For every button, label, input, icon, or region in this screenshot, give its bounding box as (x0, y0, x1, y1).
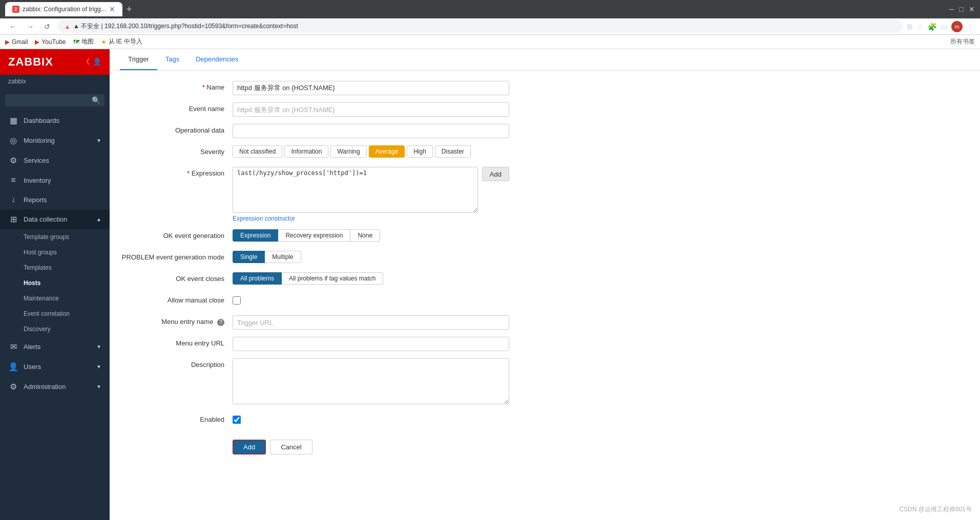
tab-bar: Z zabbix: Configuration of trigg... ✕ + … (0, 0, 980, 18)
ok-event-all-problems-button[interactable]: All problems (233, 272, 282, 285)
sidebar-username: zabbix (0, 75, 110, 90)
expression-add-button[interactable]: Add (482, 167, 509, 181)
action-buttons: Add Cancel (233, 435, 960, 460)
star-icon[interactable]: ☆ (917, 23, 924, 31)
enabled-checkbox[interactable] (233, 416, 241, 424)
severity-average[interactable]: Average (369, 145, 405, 158)
sidebar-search-input[interactable] (5, 94, 105, 106)
sub-item-label: Event correlation (24, 310, 70, 317)
tab-dependencies[interactable]: Dependencies (187, 49, 246, 70)
description-textarea[interactable] (233, 358, 509, 404)
tab-close-button[interactable]: ✕ (109, 5, 115, 13)
forward-button[interactable]: → (24, 21, 37, 32)
active-tab[interactable]: Z zabbix: Configuration of trigg... ✕ (5, 2, 122, 16)
users-arrow: ▼ (96, 364, 101, 370)
ok-event-expression-button[interactable]: Expression (233, 229, 278, 242)
event-name-input[interactable] (233, 102, 509, 117)
severity-control: Not classified Information Warning Avera… (233, 145, 509, 158)
puzzle-icon[interactable]: 🧩 (928, 23, 936, 31)
severity-information[interactable]: Information (284, 145, 328, 158)
sidebar-item-services[interactable]: ⚙ Services (0, 150, 110, 170)
problem-event-gen-label: PROBLEM event generation mode (120, 251, 233, 261)
problem-event-multiple-button[interactable]: Multiple (265, 251, 301, 263)
operational-data-input[interactable] (233, 124, 509, 138)
menu-entry-url-input[interactable] (233, 337, 509, 351)
sidebar: ZABBIX 《 👤 zabbix 🔍 ▦ Dashboards ◎ Monit… (0, 49, 110, 520)
bookmark-map[interactable]: 🗺 地图 (73, 37, 94, 46)
sidebar-item-inventory[interactable]: ≡ Inventory (0, 170, 110, 190)
sidebar-sub-item-event-correlation[interactable]: Event correlation (0, 306, 110, 321)
search-icon[interactable]: 🔍 (92, 96, 100, 104)
main-content: Trigger Tags Dependencies Name Event nam… (110, 49, 980, 520)
expression-textarea[interactable]: last(/hyzy/show_process['httpd'])=1 (233, 167, 478, 213)
sub-item-label: Templates (24, 264, 52, 271)
bookmark-import[interactable]: ★ 从 IE 中导入 (101, 37, 142, 46)
expression-constructor-link[interactable]: Expression constructor (233, 215, 295, 222)
search-input-container: 🔍 (5, 94, 105, 106)
new-tab-button[interactable]: + (127, 4, 132, 15)
form-row-allow-manual-close: Allow manual close (120, 294, 960, 308)
close-window-button[interactable]: ✕ (969, 5, 975, 13)
sidebar-logo: ZABBIX 《 👤 (0, 49, 110, 75)
tab-tags[interactable]: Tags (157, 49, 187, 70)
sidebar-sub-item-hosts[interactable]: Hosts (0, 275, 110, 291)
bookmark-youtube[interactable]: ▶ YouTube (35, 38, 66, 46)
sidebar-sub-item-maintenance[interactable]: Maintenance (0, 291, 110, 306)
reload-button[interactable]: ↺ (41, 21, 53, 32)
administration-icon: ⚙ (8, 382, 18, 392)
add-button[interactable]: Add (233, 440, 266, 454)
sidebar-item-label: Inventory (24, 177, 51, 184)
sidebar-item-data-collection[interactable]: ⊞ Data collection ▲ (0, 209, 110, 229)
allow-manual-close-checkbox[interactable] (233, 296, 241, 305)
sub-item-label: Discovery (24, 326, 51, 333)
menu-button[interactable]: ⋮ (967, 23, 974, 31)
severity-warning[interactable]: Warning (330, 145, 366, 158)
ok-event-none-button[interactable]: None (350, 229, 380, 242)
all-bookmarks[interactable]: 所有书签 (950, 37, 975, 46)
form-row-event-name: Event name (120, 102, 960, 117)
user-icon[interactable]: 👤 (93, 57, 101, 67)
severity-label: Severity (120, 145, 233, 156)
sidebar-item-label: Alerts (24, 343, 40, 351)
sidebar-sub-item-templates[interactable]: Templates (0, 260, 110, 275)
maximize-button[interactable]: □ (960, 5, 964, 13)
sidebar-item-users[interactable]: 👤 Users ▼ (0, 357, 110, 377)
problem-event-single-button[interactable]: Single (233, 251, 265, 263)
menu-entry-name-help-icon[interactable]: ? (217, 319, 224, 326)
menu-entry-name-input[interactable] (233, 315, 509, 330)
minimize-button[interactable]: ─ (949, 5, 954, 13)
page-header: Trigger Tags Dependencies (110, 49, 980, 71)
menu-entry-name-control (233, 315, 509, 330)
tab-trigger[interactable]: Trigger (120, 49, 157, 70)
cancel-button[interactable]: Cancel (270, 440, 312, 454)
profile-button[interactable]: m (951, 21, 963, 32)
back-button[interactable]: ← (6, 21, 19, 32)
url-box[interactable]: ▲ ▲ 不安全 | 192.168.200.10/triggers.php?ho… (57, 20, 903, 33)
sidebar-item-dashboards[interactable]: ▦ Dashboards (0, 111, 110, 131)
ok-event-tag-match-button[interactable]: All problems if tag values match (282, 272, 383, 285)
menu-entry-name-label: Menu entry name ? (120, 315, 233, 326)
sidebar-sub-item-template-groups[interactable]: Template groups (0, 229, 110, 245)
severity-disaster[interactable]: Disaster (435, 145, 471, 158)
ok-event-recovery-button[interactable]: Recovery expression (278, 229, 350, 242)
severity-not-classified[interactable]: Not classified (233, 145, 282, 158)
name-input[interactable] (233, 81, 509, 95)
browser-chrome: Z zabbix: Configuration of trigg... ✕ + … (0, 0, 980, 49)
sidebar-item-monitoring[interactable]: ◎ Monitoring ▼ (0, 131, 110, 150)
sidebar-sub-item-host-groups[interactable]: Host groups (0, 245, 110, 260)
sidebar-item-administration[interactable]: ⚙ Administration ▼ (0, 377, 110, 397)
import-icon: ★ (101, 38, 107, 46)
form-row-description: Description (120, 358, 960, 406)
address-bar: ← → ↺ ▲ ▲ 不安全 | 192.168.200.10/triggers.… (0, 18, 980, 35)
cast-icon[interactable]: ▭ (941, 23, 947, 31)
sidebar-sub-item-discovery[interactable]: Discovery (0, 321, 110, 337)
severity-high[interactable]: High (407, 145, 433, 158)
name-label: Name (120, 81, 233, 91)
sidebar-item-alerts[interactable]: ✉ Alerts ▼ (0, 337, 110, 357)
bookmark-gmail[interactable]: ▶ Gmail (5, 38, 28, 46)
ok-event-gen-group: Expression Recovery expression None (233, 229, 509, 242)
collapse-sidebar-button[interactable]: 《 (82, 57, 90, 67)
sidebar-item-reports[interactable]: ↓ Reports (0, 190, 110, 209)
event-name-label: Event name (120, 102, 233, 113)
extension-icon[interactable]: ⊞ (907, 23, 913, 31)
